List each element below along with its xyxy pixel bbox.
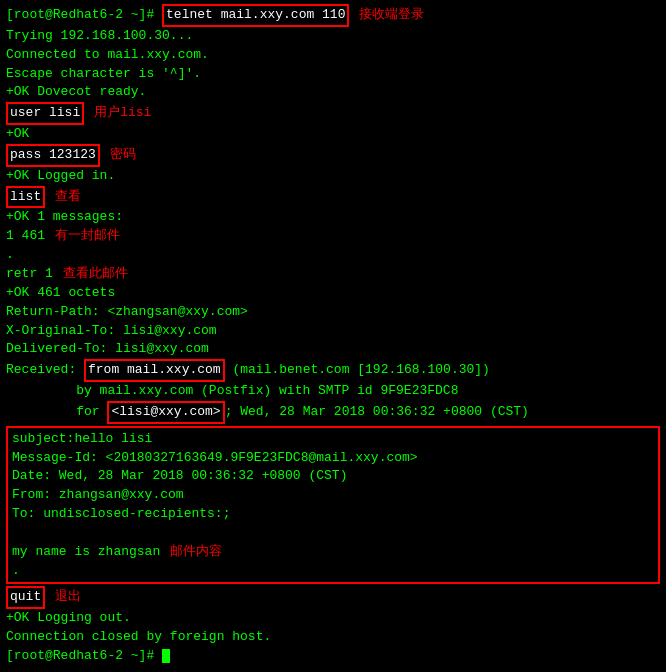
line-quit: quit退出	[6, 586, 660, 609]
cmd-telnet: telnet mail.xxy.com 110	[162, 4, 349, 27]
line-ok-dovecot: +OK Dovecot ready.	[6, 83, 660, 102]
received-text2: (mail.benet.com [192.168.100.30])	[225, 361, 490, 380]
text-retr: retr 1	[6, 265, 53, 284]
annotation-retr: 查看此邮件	[63, 265, 128, 284]
terminal: [root@Redhat6-2 ~]# telnet mail.xxy.com …	[6, 4, 660, 666]
line-blank	[12, 524, 654, 543]
line-date: Date: Wed, 28 Mar 2018 00:36:32 +0800 (C…	[12, 467, 654, 486]
line-ok1: +OK	[6, 125, 660, 144]
line-ok-messages: +OK 1 messages:	[6, 208, 660, 227]
cmd-quit: quit	[6, 586, 45, 609]
cursor	[162, 649, 170, 663]
line-logging-out: +OK Logging out.	[6, 609, 660, 628]
cmd-pass: pass 123123	[6, 144, 100, 167]
body-text: my name is zhangsan	[12, 543, 160, 562]
line-user-lisi: user lisi用户lisi	[6, 102, 660, 125]
prompt-1: [root@Redhat6-2 ~]#	[6, 6, 162, 25]
line-connected: Connected to mail.xxy.com.	[6, 46, 660, 65]
line-from: From: zhangsan@xxy.com	[12, 486, 654, 505]
line-return-path: Return-Path: <zhangsan@xxy.com>	[6, 303, 660, 322]
line-pass: pass 123123密码	[6, 144, 660, 167]
line-trying: Trying 192.168.100.30...	[6, 27, 660, 46]
line-retr: retr 1查看此邮件	[6, 265, 660, 284]
line-1-461: 1 461有一封邮件	[6, 227, 660, 246]
final-prompt-text: [root@Redhat6-2 ~]#	[6, 647, 162, 666]
line-delivered-to: Delivered-To: lisi@xxy.com	[6, 340, 660, 359]
line-escape: Escape character is '^]'.	[6, 65, 660, 84]
line-1: [root@Redhat6-2 ~]# telnet mail.xxy.com …	[6, 4, 660, 27]
line-conn-closed: Connection closed by foreign host.	[6, 628, 660, 647]
line-logged-in: +OK Logged in.	[6, 167, 660, 186]
text-1-461: 1 461	[6, 227, 45, 246]
annotation-quit: 退出	[55, 588, 81, 607]
cmd-user-lisi: user lisi	[6, 102, 84, 125]
received-from-box: from mail.xxy.com	[84, 359, 225, 382]
annotation-list: 查看	[55, 188, 81, 207]
annotation-body: 邮件内容	[170, 543, 222, 562]
line-received3: for <lisi@xxy.com>; Wed, 28 Mar 2018 00:…	[6, 401, 660, 424]
received3-text2: ; Wed, 28 Mar 2018 00:36:32 +0800 (CST)	[225, 403, 529, 422]
annotation-receive: 接收端登录	[359, 6, 424, 25]
line-received: Received: from mail.xxy.com (mail.benet.…	[6, 359, 660, 382]
line-dot2: .	[12, 562, 654, 581]
line-message-id: Message-Id: <20180327163649.9F9E23FDC8@m…	[12, 449, 654, 468]
line-461-octets: +OK 461 octets	[6, 284, 660, 303]
line-body: my name is zhangsan邮件内容	[12, 543, 654, 562]
received-text1: Received:	[6, 361, 84, 380]
line-received2: by mail.xxy.com (Postfix) with SMTP id 9…	[6, 382, 660, 401]
annotation-user: 用户lisi	[94, 104, 151, 123]
email-content-box: subject:hello lisi Message-Id: <20180327…	[6, 426, 660, 585]
line-dot1: .	[6, 246, 660, 265]
cmd-list: list	[6, 186, 45, 209]
line-final-prompt: [root@Redhat6-2 ~]#	[6, 647, 660, 666]
annotation-pass: 密码	[110, 146, 136, 165]
line-x-original: X-Original-To: lisi@xxy.com	[6, 322, 660, 341]
line-subject: subject:hello lisi	[12, 430, 654, 449]
received3-lisi-box: <lisi@xxy.com>	[107, 401, 224, 424]
received3-text1: for	[6, 403, 107, 422]
annotation-one-mail: 有一封邮件	[55, 227, 120, 246]
line-to: To: undisclosed-recipients:;	[12, 505, 654, 524]
line-list: list查看	[6, 186, 660, 209]
